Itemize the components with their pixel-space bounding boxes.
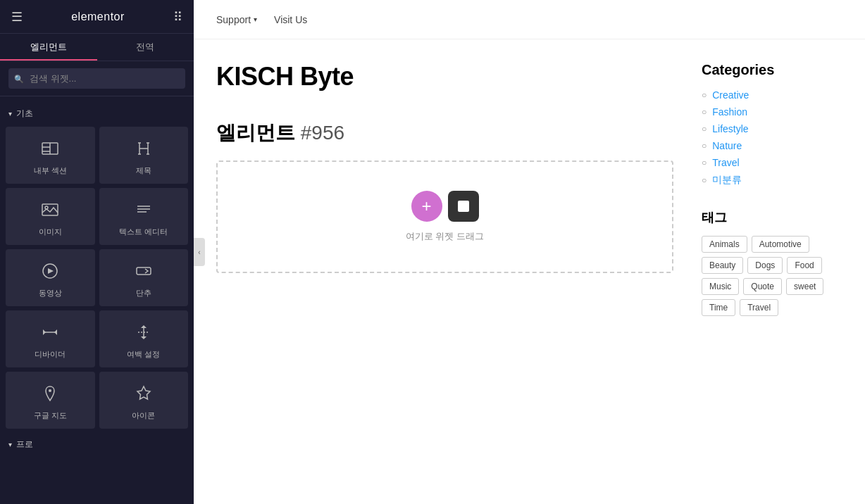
widget-image[interactable]: 이미지 bbox=[6, 188, 95, 245]
sidebar-search-area bbox=[0, 61, 194, 96]
category-item-lifestyle: Lifestyle bbox=[702, 123, 842, 134]
category-list: Creative Fashion Lifestyle Nature Travel… bbox=[702, 89, 842, 187]
drop-zone[interactable]: + 여기로 위젯 드래그 bbox=[216, 160, 673, 273]
category-link-lifestyle[interactable]: Lifestyle bbox=[712, 123, 748, 134]
video-icon bbox=[40, 261, 60, 284]
drop-zone-hint: 여기로 위젯 드래그 bbox=[406, 230, 484, 243]
widget-grid-basic: 내부 섹션 제목 bbox=[6, 127, 188, 429]
category-link-uncategorized[interactable]: 미분류 bbox=[712, 174, 742, 187]
spacer-icon bbox=[134, 322, 154, 345]
categories-title: Categories bbox=[702, 62, 842, 78]
sidebar-content: ▾ 기초 내부 섹션 bbox=[0, 96, 194, 504]
button-icon bbox=[134, 261, 154, 284]
grid-icon[interactable]: ⠿ bbox=[173, 9, 182, 25]
section-arrow-icon: ▾ bbox=[8, 110, 12, 118]
page-title: KISCH Byte bbox=[216, 62, 673, 92]
widget-image-label: 이미지 bbox=[39, 227, 62, 237]
svg-marker-27 bbox=[137, 386, 150, 399]
category-link-travel[interactable]: Travel bbox=[712, 157, 739, 168]
tag-animals[interactable]: Animals bbox=[702, 236, 747, 253]
category-link-fashion[interactable]: Fashion bbox=[712, 106, 747, 118]
category-item-creative: Creative bbox=[702, 89, 842, 101]
widget-spacer[interactable]: 여백 설정 bbox=[99, 310, 189, 367]
nav-visit-us[interactable]: Visit Us bbox=[274, 14, 307, 25]
section-header-basic: ▾ 기초 bbox=[6, 103, 188, 127]
category-item-uncategorized: 미분류 bbox=[702, 174, 842, 187]
page-main: KISCH Byte 엘리먼트 #956 + 여기로 위젯 드래그 bbox=[216, 62, 673, 316]
widget-divider[interactable]: 디바이더 bbox=[6, 310, 95, 367]
widget-button[interactable]: 단추 bbox=[99, 249, 189, 306]
tag-travel[interactable]: Travel bbox=[740, 299, 778, 316]
widget-google-maps[interactable]: 구글 지도 bbox=[6, 372, 95, 429]
tag-quote[interactable]: Quote bbox=[743, 278, 782, 295]
post-number: #956 bbox=[301, 122, 344, 144]
svg-marker-24 bbox=[141, 336, 147, 339]
page-content: KISCH Byte 엘리먼트 #956 + 여기로 위젯 드래그 bbox=[194, 39, 865, 339]
widget-text-editor-label: 텍스트 에디터 bbox=[119, 227, 168, 237]
svg-rect-28 bbox=[458, 201, 469, 212]
widget-video[interactable]: 동영상 bbox=[6, 249, 95, 306]
category-link-creative[interactable]: Creative bbox=[712, 89, 749, 101]
icon-widget-icon bbox=[134, 384, 154, 406]
page-sidebar: Categories Creative Fashion Lifestyle Na… bbox=[702, 62, 842, 316]
svg-marker-17 bbox=[48, 268, 54, 274]
svg-marker-21 bbox=[54, 329, 57, 335]
brand-label: elementor bbox=[71, 11, 125, 23]
category-item-fashion: Fashion bbox=[702, 106, 842, 118]
section-title-pro: 프로 bbox=[16, 439, 33, 451]
widget-heading[interactable]: 제목 bbox=[99, 127, 189, 184]
section-header-pro: ▾ 프로 bbox=[6, 434, 188, 458]
top-nav: Support ▾ Visit Us bbox=[194, 0, 865, 39]
google-maps-icon bbox=[40, 384, 60, 406]
section-title-basic: 기초 bbox=[16, 108, 33, 120]
widget-video-label: 동영상 bbox=[39, 288, 62, 298]
tag-beauty[interactable]: Beauty bbox=[702, 257, 743, 274]
svg-marker-20 bbox=[43, 329, 46, 335]
sidebar-tabs: 엘리먼트 전역 bbox=[0, 34, 194, 61]
sidebar-header: ☰ elementor ⠿ bbox=[0, 0, 194, 34]
widget-icon[interactable]: 아이콘 bbox=[99, 372, 189, 429]
category-item-travel: Travel bbox=[702, 157, 842, 168]
text-editor-icon bbox=[134, 200, 154, 222]
widget-button-label: 단추 bbox=[136, 288, 151, 298]
tag-dogs[interactable]: Dogs bbox=[747, 257, 783, 274]
support-chevron-icon: ▾ bbox=[254, 15, 257, 23]
widget-divider-label: 디바이더 bbox=[35, 349, 66, 360]
widget-google-maps-label: 구글 지도 bbox=[34, 410, 67, 421]
tag-time[interactable]: Time bbox=[702, 299, 735, 316]
tab-global[interactable]: 전역 bbox=[97, 34, 194, 61]
svg-point-26 bbox=[49, 389, 51, 392]
widget-text-editor[interactable]: 텍스트 에디터 bbox=[99, 188, 189, 245]
category-item-nature: Nature bbox=[702, 140, 842, 151]
main-content: Support ▾ Visit Us KISCH Byte 엘리먼트 #956 … bbox=[194, 0, 865, 504]
widget-icon-label: 아이콘 bbox=[132, 410, 155, 421]
widget-inner-section[interactable]: 내부 섹션 bbox=[6, 127, 95, 184]
category-link-nature[interactable]: Nature bbox=[712, 140, 742, 151]
hamburger-icon[interactable]: ☰ bbox=[11, 9, 23, 25]
tab-elements[interactable]: 엘리먼트 bbox=[0, 34, 97, 61]
widget-spacer-label: 여백 설정 bbox=[127, 349, 160, 360]
tags-title: 태그 bbox=[702, 209, 842, 226]
tag-music[interactable]: Music bbox=[702, 278, 739, 295]
tag-sweet[interactable]: sweet bbox=[786, 278, 823, 295]
heading-icon bbox=[134, 139, 154, 161]
add-widget-button[interactable]: + bbox=[411, 191, 442, 222]
tag-food[interactable]: Food bbox=[787, 257, 821, 274]
divider-icon bbox=[40, 322, 60, 345]
post-label: 엘리먼트 bbox=[216, 122, 301, 144]
post-heading: 엘리먼트 #956 bbox=[216, 120, 673, 146]
widget-heading-label: 제목 bbox=[136, 165, 151, 176]
tags-grid: Animals Automotive Beauty Dogs Food Musi… bbox=[702, 236, 842, 316]
image-icon bbox=[40, 200, 60, 222]
sidebar-collapse-handle[interactable]: ‹ bbox=[194, 238, 205, 266]
widget-picker-button[interactable] bbox=[448, 191, 479, 222]
inner-section-icon bbox=[40, 139, 60, 161]
sidebar: ☰ elementor ⠿ 엘리먼트 전역 ▾ 기초 bbox=[0, 0, 194, 504]
tag-automotive[interactable]: Automotive bbox=[752, 236, 809, 253]
svg-marker-23 bbox=[141, 325, 147, 328]
search-input[interactable] bbox=[8, 68, 185, 89]
drop-zone-buttons: + bbox=[411, 191, 479, 222]
nav-support[interactable]: Support ▾ bbox=[216, 14, 257, 25]
section-pro-arrow-icon: ▾ bbox=[8, 441, 12, 448]
widget-inner-section-label: 내부 섹션 bbox=[34, 165, 67, 176]
